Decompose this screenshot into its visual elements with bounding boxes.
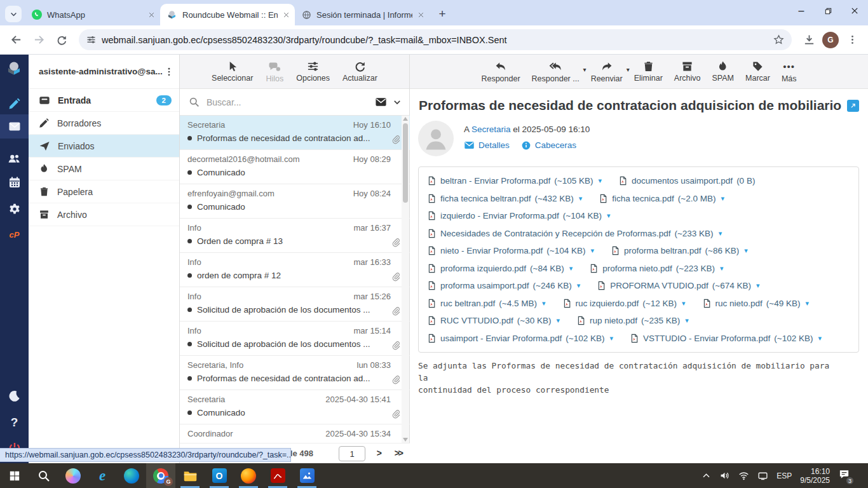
- attachment-menu-caret[interactable]: ▾: [579, 194, 583, 203]
- reply-all-button[interactable]: Responder ... ▾: [532, 60, 580, 83]
- delete-button[interactable]: Eliminar: [634, 60, 663, 83]
- message-row[interactable]: Secretaria, Infolun 08:33 Proformas de n…: [180, 356, 410, 390]
- message-row[interactable]: Infomar 16:37 Orden de compra # 13: [180, 219, 410, 253]
- folder-archivo[interactable]: Archivo: [29, 203, 179, 226]
- tab-sesion-terminada[interactable]: Sesión terminada | Informes Me: [295, 4, 430, 25]
- attachment[interactable]: documentos usaimport.pdf(0 B): [618, 175, 755, 186]
- browser-menu-button[interactable]: [843, 30, 862, 50]
- tray-chevron-up-icon[interactable]: [702, 471, 711, 480]
- folder-enviados[interactable]: Enviados: [29, 135, 179, 158]
- attachment[interactable]: VSTTUDIO - Enviar Proforma.pdf(~102 KB)▾: [630, 333, 822, 344]
- attachment[interactable]: RUC VTTUDIO.pdf(~30 KB)▾: [427, 315, 560, 326]
- help-button[interactable]: ?: [0, 410, 29, 435]
- tab-roundcube[interactable]: Roundcube Webmail :: Enviados: [160, 4, 295, 25]
- reply-button[interactable]: Responder: [481, 60, 520, 83]
- scrollbar-thumb[interactable]: [403, 123, 408, 203]
- settings-nav-button[interactable]: [0, 197, 29, 221]
- attachment-menu-caret[interactable]: ▾: [682, 299, 686, 308]
- options-button[interactable]: Opciones: [296, 60, 330, 83]
- attachment[interactable]: proforma usaimport.pdf(~246 KB)▾: [427, 280, 580, 291]
- minimize-button[interactable]: –: [788, 0, 815, 22]
- contacts-nav-button[interactable]: [0, 146, 29, 170]
- address-bar[interactable]: webmail.sanjuan.gob.ec/cpsess8502483230/…: [79, 29, 792, 50]
- bookmark-star-icon[interactable]: [773, 34, 784, 45]
- message-row[interactable]: Infomar 15:26 Solicitud de aprobación de…: [180, 287, 410, 322]
- page-number-input[interactable]: [339, 446, 365, 461]
- copilot-button[interactable]: [58, 463, 88, 488]
- reload-button[interactable]: [52, 30, 71, 50]
- file-explorer-button[interactable]: [175, 463, 205, 488]
- more-button[interactable]: ••• Más: [782, 60, 797, 83]
- edge-button[interactable]: [117, 463, 146, 488]
- message-row[interactable]: efrenfoyain@gmail.comHoy 08:24 Comunicad…: [180, 184, 410, 219]
- attachment-menu-caret[interactable]: ▾: [542, 299, 546, 308]
- restore-button[interactable]: [815, 0, 841, 22]
- firefox-button[interactable]: [234, 463, 263, 488]
- wifi-icon[interactable]: [738, 470, 749, 481]
- connect-display-icon[interactable]: [757, 470, 768, 481]
- spam-button[interactable]: SPAM: [712, 60, 735, 83]
- account-menu-icon[interactable]: [164, 67, 174, 77]
- taskbar-clock[interactable]: 16:109/5/2025: [800, 467, 830, 485]
- attachment[interactable]: ficha tecnica beltran.pdf(~432 KB)▾: [427, 193, 582, 204]
- attachment[interactable]: PROFORMA VTUDIO.pdf(~674 KB)▾: [597, 280, 759, 291]
- message-row[interactable]: Secretaria2025-04-30 15:41 Comunicado: [180, 390, 410, 424]
- tab-whatsapp[interactable]: WhatsApp: [25, 4, 160, 25]
- list-scrollbar[interactable]: [402, 116, 409, 443]
- folder-borradores[interactable]: Borradores: [29, 112, 179, 135]
- keyboard-language[interactable]: ESP: [776, 471, 792, 480]
- dark-mode-button[interactable]: [0, 384, 29, 408]
- next-page-button[interactable]: >: [377, 448, 382, 458]
- attachment-menu-caret[interactable]: ▾: [719, 229, 722, 238]
- attachment-menu-caret[interactable]: ▾: [569, 264, 573, 273]
- attachment[interactable]: ruc izquierdo.pdf(~12 KB)▾: [562, 298, 686, 309]
- cpanel-button[interactable]: cP: [0, 222, 29, 247]
- search-options-chevron-icon[interactable]: [393, 98, 402, 107]
- scroll-up-arrow[interactable]: [403, 117, 408, 121]
- last-page-button[interactable]: >>: [395, 448, 402, 458]
- threads-button[interactable]: Hilos: [266, 60, 283, 83]
- url-text[interactable]: webmail.sanjuan.gob.ec/cpsess8502483230/…: [102, 35, 768, 45]
- attachment-menu-caret[interactable]: ▾: [556, 316, 560, 325]
- folder-papelera[interactable]: Papelera: [29, 180, 179, 203]
- close-tab-icon[interactable]: [283, 11, 290, 18]
- close-tab-icon[interactable]: [417, 11, 424, 18]
- message-row[interactable]: Infomar 16:33 orden de compra # 12: [180, 253, 410, 287]
- attachment-menu-caret[interactable]: ▾: [685, 316, 689, 325]
- search-input[interactable]: [205, 97, 369, 108]
- refresh-button[interactable]: Actualizar: [342, 60, 377, 83]
- outlook-button[interactable]: O: [205, 463, 234, 488]
- reply-all-caret[interactable]: ▾: [583, 66, 587, 73]
- attachment[interactable]: izquierdo - Enviar Proforma.pdf(~104 KB)…: [427, 210, 611, 221]
- close-tab-icon[interactable]: [148, 11, 155, 18]
- attachment[interactable]: Necesidades de Contratación y Recepción …: [427, 228, 722, 239]
- attachment-menu-caret[interactable]: ▾: [610, 334, 614, 342]
- start-button[interactable]: [0, 463, 29, 488]
- photos-button[interactable]: [292, 463, 322, 488]
- notification-center-button[interactable]: 3: [838, 468, 850, 483]
- attachment[interactable]: usaimport - Enviar Proforma.pdf(~102 KB)…: [427, 333, 613, 344]
- compose-button[interactable]: [0, 92, 29, 116]
- message-row[interactable]: SecretariaHoy 16:10 Proformas de necesid…: [180, 116, 410, 150]
- taskbar-search-button[interactable]: [29, 463, 58, 488]
- close-window-button[interactable]: [841, 0, 868, 22]
- message-row[interactable]: Infomar 15:14 Solicitud de aprobación de…: [180, 322, 410, 356]
- message-row[interactable]: Coordinador2025-04-30 15:34: [180, 424, 410, 443]
- forward-button[interactable]: Reenviar ▾: [591, 60, 623, 83]
- attachment-menu-caret[interactable]: ▾: [805, 299, 809, 308]
- chrome-button[interactable]: G: [146, 463, 175, 488]
- open-in-new-window-button[interactable]: [847, 100, 859, 112]
- downloads-button[interactable]: [799, 30, 818, 50]
- mail-nav-button[interactable]: [0, 114, 29, 139]
- folder-entrada[interactable]: Entrada 2: [29, 89, 179, 112]
- message-row[interactable]: decormetal2016@hotmail.comHoy 08:29 Comu…: [180, 150, 410, 184]
- attachment-menu-caret[interactable]: ▾: [720, 264, 724, 273]
- scroll-down-arrow[interactable]: [403, 438, 408, 442]
- folder-spam[interactable]: SPAM: [29, 158, 179, 180]
- attachment[interactable]: rup nieto.pdf(~235 KB)▾: [576, 315, 689, 326]
- attachment[interactable]: proforma nieto.pdf(~223 KB)▾: [589, 263, 723, 274]
- browser-profile-avatar[interactable]: G: [822, 32, 839, 48]
- attachment-menu-caret[interactable]: ▾: [721, 194, 725, 203]
- forward-caret[interactable]: ▾: [627, 66, 630, 73]
- back-button[interactable]: [6, 30, 25, 50]
